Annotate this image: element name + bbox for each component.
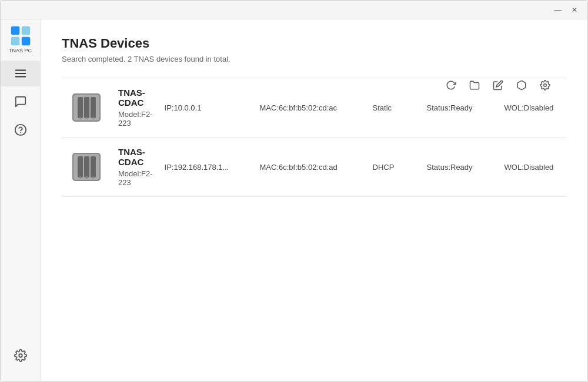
svg-point-26 <box>92 176 95 179</box>
device-props: IP:192.168.178.1... MAC:6c:bf:b5:02:cd:a… <box>165 163 569 172</box>
device-info: TNAS-CDAC Model:F2-223 <box>118 147 153 187</box>
svg-point-9 <box>19 354 22 357</box>
titlebar: — ✕ <box>1 1 587 19</box>
support-button[interactable] <box>512 76 531 95</box>
nas-icon <box>66 147 106 187</box>
svg-rect-14 <box>84 97 89 118</box>
device-props: IP:10.0.0.1 MAC:6c:bf:b5:02:cd:ac Static… <box>165 103 569 112</box>
device-name: TNAS-CDAC <box>118 88 153 108</box>
svg-rect-2 <box>11 37 19 45</box>
messages-icon <box>14 95 27 108</box>
svg-rect-3 <box>21 37 29 45</box>
svg-point-16 <box>79 117 82 119</box>
nas-icon <box>66 88 106 128</box>
svg-rect-13 <box>78 97 83 118</box>
device-model: Model:F2-223 <box>118 110 153 128</box>
device-type: DHCP <box>373 163 408 172</box>
nas-device-icon <box>69 149 104 185</box>
minimize-button[interactable]: — <box>550 4 566 16</box>
app-window: — ✕ TNAS PC <box>0 0 588 382</box>
folder-icon <box>469 80 480 91</box>
device-model: Model:F2-223 <box>118 169 153 187</box>
device-mac: MAC:6c:bf:b5:02:cd:ac <box>260 103 354 112</box>
page-title: TNAS Devices <box>62 36 566 51</box>
logo-icon <box>10 25 31 46</box>
folder-button[interactable] <box>465 76 484 95</box>
sidebar-nav <box>1 61 40 343</box>
app-name-label: TNAS PC <box>9 48 32 53</box>
refresh-button[interactable] <box>442 76 460 95</box>
svg-point-10 <box>544 84 547 87</box>
sidebar: TNAS PC <box>1 19 41 381</box>
device-list: TNAS-CDAC Model:F2-223 IP:10.0.0.1 MAC:6… <box>62 78 566 197</box>
edit-button[interactable] <box>489 76 507 95</box>
svg-point-18 <box>92 117 95 119</box>
svg-rect-15 <box>91 97 96 118</box>
nas-device-icon <box>69 90 104 125</box>
device-name: TNAS-CDAC <box>118 147 153 167</box>
sidebar-item-help[interactable] <box>1 117 40 143</box>
close-button[interactable]: ✕ <box>566 4 583 16</box>
support-icon <box>516 80 527 91</box>
device-item[interactable]: TNAS-CDAC Model:F2-223 IP:192.168.178.1.… <box>62 138 566 197</box>
help-icon <box>14 123 27 136</box>
toolbar-settings-icon <box>540 80 550 91</box>
svg-point-25 <box>86 176 88 179</box>
svg-rect-0 <box>11 26 19 35</box>
svg-rect-1 <box>21 26 29 35</box>
device-info: TNAS-CDAC Model:F2-223 <box>118 88 153 128</box>
devices-icon <box>14 67 27 80</box>
device-wol: WOL:Disabled <box>505 163 569 172</box>
svg-rect-21 <box>78 156 83 177</box>
device-type: Static <box>373 103 408 112</box>
sidebar-item-messages[interactable] <box>1 89 40 115</box>
toolbar-settings-button[interactable] <box>536 76 554 95</box>
sidebar-bottom <box>8 343 34 376</box>
device-status: Status:Ready <box>427 103 486 112</box>
device-ip: IP:192.168.178.1... <box>165 163 241 172</box>
settings-icon <box>14 349 27 362</box>
svg-rect-22 <box>84 156 89 177</box>
toolbar <box>442 76 554 95</box>
page-subtitle: Search completed. 2 TNAS devices found i… <box>62 55 566 63</box>
refresh-icon <box>446 80 456 91</box>
app-logo[interactable]: TNAS PC <box>6 25 35 53</box>
edit-icon <box>493 80 503 91</box>
device-wol: WOL:Disabled <box>505 103 569 112</box>
device-status: Status:Ready <box>427 163 486 172</box>
sidebar-settings-button[interactable] <box>8 343 34 368</box>
header-area: TNAS Devices Search completed. 2 TNAS de… <box>62 36 566 63</box>
content-area: TNAS Devices Search completed. 2 TNAS de… <box>41 19 587 381</box>
svg-point-24 <box>79 176 82 179</box>
svg-point-17 <box>86 117 88 119</box>
app-body: TNAS PC <box>1 19 587 381</box>
svg-rect-23 <box>91 156 96 177</box>
device-ip: IP:10.0.0.1 <box>165 103 241 112</box>
device-mac: MAC:6c:bf:b5:02:cd:ad <box>260 163 354 172</box>
sidebar-item-devices[interactable] <box>1 61 40 86</box>
